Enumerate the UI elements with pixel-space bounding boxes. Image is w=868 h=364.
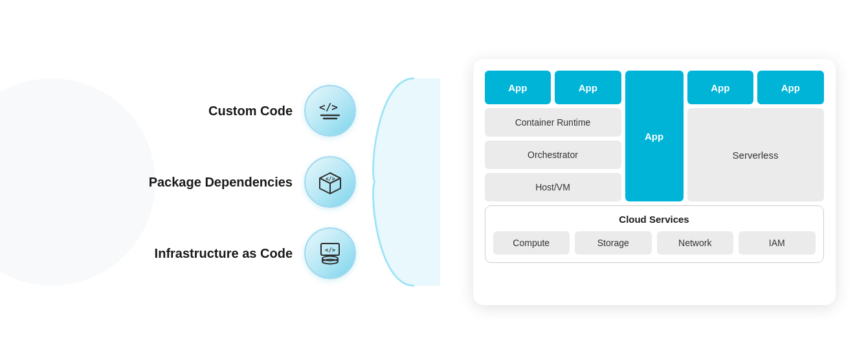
svg-point-11 — [322, 260, 338, 264]
left-group: App App Container Runtime Orchestrator — [485, 71, 621, 201]
app-box-4: App — [757, 71, 824, 104]
app-box-tall: App — [625, 71, 684, 201]
diagram-card: App App Container Runtime Orchestrator — [473, 59, 836, 305]
cloud-services-section: Cloud Services Compute Storage Network I… — [485, 205, 824, 263]
custom-code-row: Custom Code </> — [208, 85, 356, 137]
package-dependencies-row: Package Dependencies </> — [149, 156, 356, 208]
svg-text:</>: </> — [319, 101, 338, 113]
cloud-services-title: Cloud Services — [493, 214, 816, 225]
curve-connector-svg — [362, 52, 440, 312]
iac-icon: </> — [316, 239, 344, 267]
orchestrator-box: Orchestrator — [485, 141, 621, 169]
curve-connector-wrap — [362, 52, 440, 312]
main-container: Custom Code </> Package Dependencies — [0, 0, 868, 364]
app-box-1: App — [485, 71, 551, 104]
app-box-2: App — [555, 71, 621, 104]
right-panel: App App Container Runtime Orchestrator — [440, 59, 868, 305]
right-group: App App Serverless — [687, 71, 824, 201]
host-vm-box: Host/VM — [485, 173, 621, 201]
package-dependencies-label: Package Dependencies — [149, 175, 293, 190]
custom-code-label: Custom Code — [208, 104, 293, 119]
storage-box: Storage — [575, 231, 652, 255]
infrastructure-as-code-row: Infrastructure as Code </> — [155, 227, 356, 279]
custom-code-icon-circle: </> — [304, 85, 356, 137]
container-runtime-box: Container Runtime — [485, 108, 621, 137]
iam-box: IAM — [739, 231, 816, 255]
network-box: Network — [657, 231, 734, 255]
package-icon: </> — [316, 168, 344, 196]
infrastructure-as-code-icon-circle: </> — [304, 227, 356, 279]
package-dependencies-icon-circle: </> — [304, 156, 356, 208]
serverless-box: Serverless — [687, 108, 824, 201]
top-section: App App Container Runtime Orchestrator — [485, 71, 824, 201]
left-panel: Custom Code </> Package Dependencies — [0, 85, 362, 279]
cloud-services-row: Compute Storage Network IAM — [493, 231, 816, 255]
compute-box: Compute — [493, 231, 570, 255]
app-box-3: App — [687, 71, 754, 104]
apps-first-row: App App — [485, 71, 621, 104]
svg-text:</>: </> — [325, 247, 336, 253]
code-icon: </> — [316, 97, 344, 125]
svg-text:</>: </> — [326, 176, 335, 182]
infrastructure-as-code-label: Infrastructure as Code — [155, 246, 293, 261]
apps-right-row: App App — [687, 71, 824, 104]
